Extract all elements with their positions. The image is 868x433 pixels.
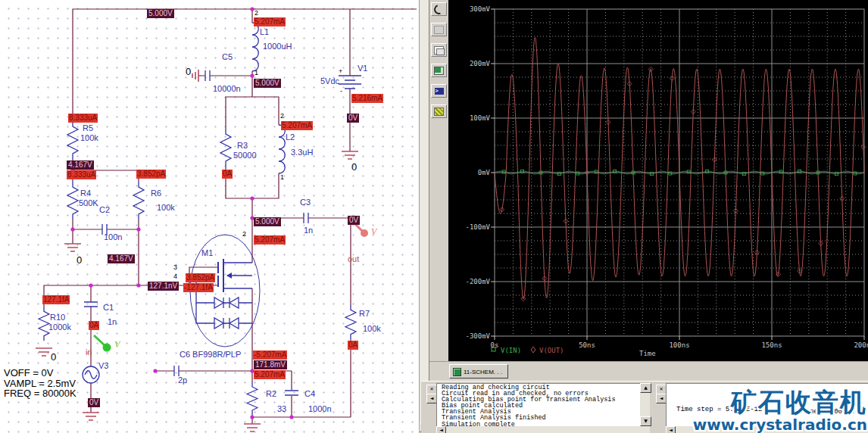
log-vscrollbar[interactable]: ▲ ▼ — [640, 383, 650, 426]
tab-schematic[interactable]: 11-SCHEM. . . — [449, 364, 508, 378]
net-alias[interactable]: out — [348, 254, 359, 263]
voltage-bias-label[interactable]: 0V — [348, 216, 360, 225]
current-bias-label[interactable]: 5.207mA — [254, 235, 286, 245]
component-label[interactable]: 100k — [157, 203, 175, 212]
scroll-down-button[interactable]: ▼ — [640, 416, 651, 426]
collapse-status-button[interactable]: ◄ — [656, 394, 667, 403]
component-label[interactable]: L1 — [260, 27, 269, 36]
component-label[interactable]: 5Vdc — [320, 76, 339, 86]
log-hscrollbar[interactable]: ◄ — [436, 426, 650, 433]
voltage-bias-label[interactable]: 4.167V — [108, 254, 135, 263]
schematic-vscrollbar[interactable]: ▼ — [419, 0, 429, 433]
component-label[interactable]: C5 — [222, 52, 233, 61]
voltage-bias-label[interactable]: 5.000V — [147, 9, 174, 18]
current-bias-label[interactable]: 5.216mA — [351, 94, 383, 103]
component-label[interactable]: 1000n — [308, 404, 332, 413]
current-bias-label[interactable]: -5.207mA — [253, 350, 287, 360]
component-label[interactable]: C3 — [300, 198, 311, 207]
current-bias-label[interactable]: 3.852pA — [186, 273, 215, 282]
component-label[interactable]: V1 — [358, 64, 367, 73]
cascade-window-icon[interactable] — [431, 43, 447, 57]
current-bias-label[interactable]: 8.333uA — [68, 114, 98, 123]
net-alias[interactable]: in — [86, 347, 92, 357]
probe-v-label[interactable]: V — [114, 340, 120, 349]
simulation-output-log[interactable]: Reading and checking circuitCircuit read… — [436, 383, 642, 428]
pin-number[interactable]: + — [339, 68, 342, 75]
legend-vout[interactable]: V(OUT) — [539, 347, 564, 354]
voltage-bias-label[interactable]: 0V — [88, 398, 100, 407]
current-bias-label[interactable]: -127.1fA — [183, 283, 214, 292]
voltage-bias-label[interactable]: 127.1nV — [148, 282, 179, 291]
macro-grid-icon[interactable] — [431, 104, 447, 118]
pin-number[interactable]: 1 — [280, 174, 284, 181]
current-bias-label[interactable]: 5.207mA — [281, 121, 313, 130]
component-label[interactable]: 50000 — [233, 151, 257, 160]
current-bias-label[interactable]: 0A — [348, 341, 358, 350]
component-label[interactable]: 500K — [79, 198, 98, 207]
component-label[interactable]: 3.3uH — [291, 148, 313, 157]
probe-v-label[interactable]: V — [371, 227, 376, 236]
component-label[interactable]: 1000uH — [263, 42, 292, 51]
component-label[interactable]: C2 — [99, 205, 110, 214]
source-parameters[interactable]: VOFF = 0VVAMPL = 2.5mVFREQ = 80000K — [4, 368, 76, 399]
component-label[interactable]: R4 — [80, 188, 91, 198]
ground-net-label[interactable]: 0 — [351, 162, 357, 172]
component-label[interactable]: 100n — [104, 232, 122, 241]
ground-net-label[interactable]: 0 — [76, 255, 82, 265]
component-label[interactable]: R5 — [83, 123, 93, 132]
component-label[interactable]: 100k — [363, 324, 381, 333]
pin-number[interactable]: 2 — [242, 231, 246, 238]
component-label[interactable]: 2p — [178, 375, 187, 385]
component-label[interactable]: V3 — [98, 361, 108, 370]
pin-number[interactable]: 4 — [173, 273, 177, 280]
current-bias-label[interactable]: 5.207mA — [254, 17, 286, 26]
ground-net-label[interactable]: 0 — [51, 352, 56, 362]
param-line[interactable]: FREQ = 80000K — [4, 388, 76, 399]
scroll-up-button[interactable]: ▲ — [640, 383, 651, 393]
component-label[interactable]: 10000n — [213, 84, 241, 93]
command-prompt-icon[interactable]: > — [431, 84, 447, 98]
pin-number[interactable]: 2 — [280, 113, 284, 120]
current-bias-label[interactable]: 5.207mA — [254, 370, 286, 379]
component-label[interactable]: M1 — [201, 248, 213, 257]
component-label[interactable]: R10 — [50, 313, 65, 322]
component-label[interactable]: 1000k — [48, 322, 71, 332]
voltage-bias-label[interactable]: 5.000V — [254, 217, 281, 226]
component-label[interactable]: R3 — [237, 141, 248, 150]
param-line[interactable]: VAMPL = 2.5mV — [4, 378, 76, 389]
schematic-editor-canvas[interactable]: 5.000V5.000V4.167V4.167V127.1nV0V0V5.000… — [0, 0, 419, 433]
voltage-bias-label[interactable]: 4.167V — [67, 160, 94, 170]
component-label[interactable]: R7 — [359, 309, 370, 318]
current-bias-label[interactable]: 127.1fA — [42, 295, 70, 304]
pin-number[interactable]: 1 — [254, 70, 258, 76]
pin-number[interactable]: - — [340, 88, 342, 95]
collapse-output-button[interactable]: ◄ — [426, 394, 437, 403]
copy-window-icon[interactable] — [431, 23, 447, 36]
scroll-left-button[interactable]: ◄ — [666, 426, 676, 433]
component-label[interactable]: 33 — [277, 404, 286, 413]
voltage-bias-label[interactable]: 171.8mV — [254, 360, 287, 369]
component-label[interactable]: 1n — [304, 226, 313, 235]
legend-vin[interactable]: V(IN) — [501, 347, 521, 354]
run-log-icon[interactable] — [431, 64, 447, 77]
component-label[interactable]: C4 — [304, 389, 315, 398]
component-label[interactable]: C1 — [103, 303, 114, 312]
voltage-bias-label[interactable]: 5.000V — [254, 79, 281, 88]
current-bias-label[interactable]: 0A — [222, 170, 233, 179]
ground-net-label[interactable]: 0 — [186, 67, 191, 76]
scroll-left-button[interactable]: ◄ — [436, 426, 446, 433]
component-label[interactable]: R2 — [266, 389, 276, 398]
component-label[interactable]: R6 — [151, 188, 161, 198]
current-bias-label[interactable]: 0A — [89, 321, 99, 330]
component-label[interactable]: C6 BF998R/PLP — [180, 350, 241, 359]
component-label[interactable]: 1n — [108, 317, 117, 326]
waveform-plot-area[interactable]: 300mV200mV100mV0mV-100mV-200mV-300mV0s50… — [448, 0, 868, 361]
status-hscrollbar[interactable]: ◄ — [666, 426, 868, 433]
cursor-probe-icon[interactable] — [431, 2, 447, 16]
voltage-bias-label[interactable]: 0V — [347, 114, 359, 123]
component-label[interactable]: 100k — [80, 133, 98, 142]
pin-number[interactable]: 3 — [173, 264, 177, 271]
current-bias-label[interactable]: 3.852pA — [136, 170, 166, 179]
component-label[interactable]: L2 — [286, 132, 295, 142]
pin-number[interactable]: 2 — [254, 10, 258, 17]
